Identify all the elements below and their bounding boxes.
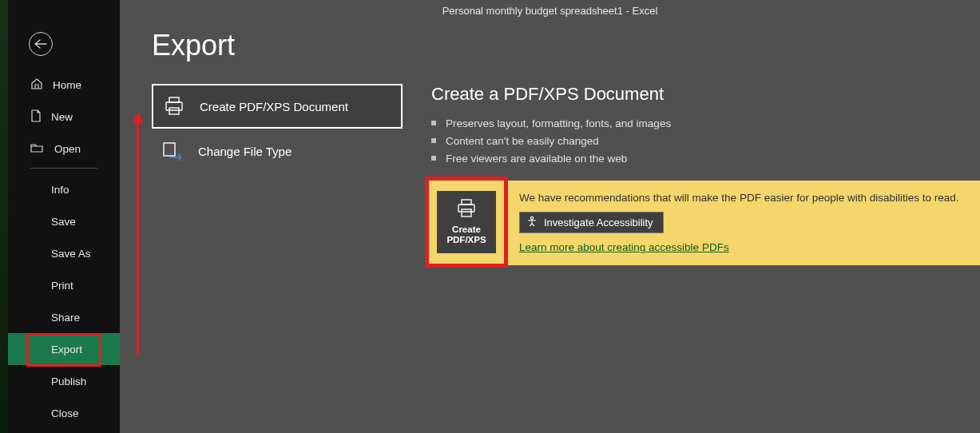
folder-open-icon [30, 142, 45, 156]
accessibility-icon [526, 216, 538, 229]
nav-label: Open [54, 143, 81, 155]
button-label: Investigate Accessibility [544, 216, 653, 228]
window-edge [0, 0, 8, 433]
titlebar: Personal monthly budget spreadsheet1 - E… [120, 5, 980, 17]
nav-close[interactable]: Close [8, 397, 120, 429]
nav-label: New [51, 111, 73, 123]
printer-icon [455, 199, 478, 221]
svg-rect-3 [164, 143, 175, 156]
feature-item: Preserves layout, formatting, fonts, and… [431, 114, 980, 132]
svg-rect-6 [462, 200, 471, 205]
nav-home[interactable]: Home [8, 69, 120, 101]
export-detail-panel: Create a PDF/XPS Document Preserves layo… [431, 84, 980, 167]
nav-open[interactable]: Open [8, 133, 120, 165]
home-icon [30, 77, 43, 93]
svg-rect-7 [462, 209, 471, 216]
back-button[interactable] [29, 32, 53, 56]
nav-separator [30, 168, 97, 169]
main-panel: Personal monthly budget spreadsheet1 - E… [120, 0, 980, 433]
nav-new[interactable]: New [8, 101, 120, 133]
document-icon [30, 109, 42, 125]
feature-item: Free viewers are available on the web [431, 149, 980, 167]
accessibility-text: We have recommendations that will make t… [519, 192, 970, 204]
investigate-accessibility-button[interactable]: Investigate Accessibility [519, 212, 664, 233]
nav-save[interactable]: Save [8, 205, 120, 237]
panel-heading: Create a PDF/XPS Document [431, 84, 980, 105]
svg-rect-0 [166, 102, 182, 110]
nav-label: Home [53, 79, 81, 91]
nav-label: Info [51, 184, 69, 196]
page-title: Export [152, 29, 235, 62]
nav-label: Share [51, 312, 80, 324]
nav-label: Save [51, 216, 76, 228]
svg-rect-2 [169, 108, 179, 114]
option-label: Create PDF/XPS Document [200, 100, 348, 113]
export-options-list: Create PDF/XPS Document Change File Type [152, 84, 403, 173]
nav-save-as[interactable]: Save As [8, 237, 120, 269]
svg-point-4 [530, 216, 533, 219]
backstage-sidebar: Home New Open Info Save Save As Print Sh… [8, 0, 120, 433]
nav-share[interactable]: Share [8, 301, 120, 333]
option-change-file-type[interactable]: Change File Type [152, 129, 403, 173]
printer-icon [163, 96, 185, 117]
option-create-pdf-xps[interactable]: Create PDF/XPS Document [152, 84, 403, 129]
create-pdf-xps-button[interactable]: Create PDF/XPS [437, 191, 496, 253]
learn-more-link[interactable]: Learn more about creating accessible PDF… [519, 241, 729, 253]
nav-label: Save As [51, 248, 91, 260]
nav-export[interactable]: Export [8, 333, 120, 365]
nav-info[interactable]: Info [8, 173, 120, 205]
nav-print[interactable]: Print [8, 269, 120, 301]
nav-publish[interactable]: Publish [8, 365, 120, 397]
feature-list: Preserves layout, formatting, fonts, and… [431, 114, 980, 167]
change-file-type-icon [161, 141, 184, 161]
svg-rect-1 [169, 97, 179, 102]
svg-rect-5 [458, 205, 474, 212]
arrow-left-icon [34, 39, 47, 49]
nav-label: Publish [51, 375, 86, 387]
app-name: Excel [632, 5, 657, 17]
nav-label: Close [51, 407, 79, 419]
accessibility-callout: We have recommendations that will make t… [431, 181, 980, 265]
annotation-highlight-create-pdf: Create PDF/XPS [425, 177, 508, 268]
feature-item: Content can't be easily changed [431, 132, 980, 149]
document-name: Personal monthly budget spreadsheet1 [442, 5, 623, 17]
option-label: Change File Type [198, 145, 292, 158]
nav-label: Export [51, 344, 82, 356]
nav-label: Print [51, 280, 73, 292]
